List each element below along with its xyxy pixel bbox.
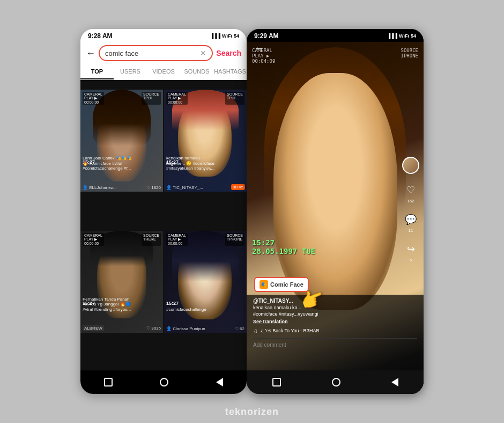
- nav-circle-right[interactable]: [332, 378, 340, 386]
- status-bar-left: 9:28 AM ▐▐▐ WiFi 54: [80, 29, 247, 42]
- wifi-icon: WiFi: [222, 33, 232, 39]
- music-row: ♫ ♫ 'es Back To You - R3HAB: [253, 327, 417, 334]
- right-phone: 9:29 AM ▐▐▐ WiFi 54 ← CAMERALPLAY ▶00:04…: [247, 29, 424, 394]
- signal-icon: ▐▐▐: [210, 33, 220, 39]
- search-button[interactable]: Search: [216, 49, 241, 57]
- video-caption-1: Lahh Jadi Cantik 🎭🎭🎭🔥 #comicface #viral#…: [83, 156, 161, 171]
- search-input[interactable]: [105, 49, 200, 57]
- video-grid: CAMERALPLAY ▶00:00:00 SOURCETPHI... 15:2…: [80, 90, 247, 370]
- see-translation-btn[interactable]: See translation: [253, 319, 417, 324]
- status-bar-right: 9:29 AM ▐▐▐ WiFi 54: [247, 29, 424, 42]
- tabs-row: TOP USERS VIDEOS SOUNDS HASHTAGS: [80, 64, 247, 80]
- video-caption-2: kenalkan namakukagome... 🙂 #comicface#ni…: [166, 156, 244, 171]
- avatar-btn[interactable]: [402, 157, 419, 174]
- like-count-1: ♡ 1820: [146, 185, 161, 190]
- video-user-3: ALBREW: [83, 325, 104, 331]
- video-username: @TIC_NITASY...: [253, 298, 417, 304]
- tab-users[interactable]: USERS: [114, 64, 147, 79]
- video-caption-3: Perhatikan Tanda PanahYa Ada Yg Janggal …: [83, 297, 161, 312]
- video-user-1: 👤 ELLJohanez...: [83, 185, 116, 190]
- share-button[interactable]: ↪ 5: [402, 240, 419, 262]
- wifi-icon-right: WiFi: [399, 33, 409, 39]
- music-title: ♫ 'es Back To You - R3HAB: [260, 328, 319, 333]
- comic-face-filter-icon: 🎭: [260, 280, 268, 289]
- video-user-2: 👤 TIC_NITASY_...: [166, 185, 203, 190]
- overlay-source-4: SOURCETPHONE: [225, 233, 244, 246]
- add-comment-label: Add comment: [253, 342, 286, 348]
- video-overlay-info-4: CAMERALPLAY ▶00:00:00 SOURCETPHONE: [166, 233, 244, 246]
- comic-face-badge[interactable]: 🎭 Comic Face: [254, 277, 309, 292]
- overlay-camera-3: CAMERALPLAY ▶00:00:00: [83, 233, 104, 246]
- tab-hashtags[interactable]: HASHTAGS: [213, 64, 247, 79]
- overlay-source-1: SOURCETPHI...: [142, 92, 161, 105]
- like-button[interactable]: ♡ 162: [402, 181, 419, 203]
- status-time-right: 9:29 AM: [254, 32, 279, 40]
- battery-icon-right: 54: [411, 33, 416, 39]
- video-user-4: 👤 Clarissa Punipun: [166, 326, 205, 331]
- share-icon: ↪: [402, 240, 419, 258]
- watermark: teknorizen: [225, 406, 279, 418]
- video-footer-3: ALBREW ♡ 3035: [83, 325, 161, 331]
- nav-square-left[interactable]: [104, 378, 113, 386]
- add-comment-row[interactable]: Add comment: [253, 338, 417, 348]
- overlay-camera-2: CAMERALPLAY ▶00:00:00: [166, 92, 188, 105]
- music-note-icon: ♫: [253, 327, 257, 334]
- battery-icon: 54: [234, 33, 239, 39]
- dark-strip: [80, 80, 247, 90]
- share-count: 5: [410, 258, 412, 262]
- comment-icon: 💬: [402, 211, 419, 228]
- like-count-3: ♡ 3035: [146, 326, 161, 331]
- video-badge-2: 00:45: [231, 184, 245, 190]
- video-cell-2[interactable]: CAMERALPLAY ▶00:00:00 SOURCETPHI... 15:2…: [164, 90, 247, 192]
- bottom-bar-left: [80, 370, 247, 394]
- comment-count: 11: [409, 228, 413, 233]
- nav-circle-left[interactable]: [160, 378, 168, 386]
- video-cell-3[interactable]: CAMERALPLAY ▶00:00:00 SOURCETHERE 15:27 …: [80, 231, 163, 333]
- search-bar: ← ✕ Search: [80, 42, 247, 64]
- like-count-4: ♡ 62: [235, 326, 244, 331]
- video-footer-1: 👤 ELLJohanez... ♡ 1820: [83, 185, 161, 190]
- vf-overlay-top-right: SOURCEIPHONE: [401, 48, 418, 59]
- comic-face-label: Comic Face: [270, 281, 303, 288]
- caption-line1: kenalkan namaku ka...: [253, 305, 301, 310]
- status-icons-right: ▐▐▐ WiFi 54: [387, 33, 416, 39]
- heart-icon: ♡: [402, 181, 419, 199]
- tab-videos[interactable]: VIDEOS: [147, 64, 180, 79]
- video-overlay-info-3: CAMERALPLAY ▶00:00:00 SOURCETHERE: [83, 233, 161, 246]
- video-fullscreen: CAMERALPLAY ▶00:04:09 SOURCEIPHONE 15:27…: [247, 29, 424, 394]
- nav-square-right[interactable]: [272, 378, 281, 386]
- overlay-camera-1: CAMERALPLAY ▶00:00:00: [83, 92, 104, 105]
- overlay-source-2: SOURCETPHI...: [225, 92, 244, 105]
- signal-icon-right: ▐▐▐: [387, 33, 397, 39]
- tab-top[interactable]: TOP: [80, 64, 114, 79]
- overlay-camera-4: CAMERALPLAY ▶00:00:00: [166, 233, 188, 246]
- video-caption-right: kenalkan namaku ka... #comicface #nitasy…: [253, 305, 417, 317]
- comment-button[interactable]: 💬 11: [402, 211, 419, 233]
- bottom-bar-right: [247, 370, 424, 394]
- search-input-wrapper: ✕: [99, 45, 213, 61]
- nav-triangle-left[interactable]: [216, 378, 223, 386]
- video-cell-4[interactable]: CAMERALPLAY ▶00:00:00 SOURCETPHONE 15:27…: [164, 231, 247, 333]
- vf-timestamp: 15:2728.05.1997 TUE: [252, 238, 315, 256]
- video-footer-4: 👤 Clarissa Punipun ♡ 62: [166, 326, 244, 331]
- like-count-right: 162: [407, 199, 414, 203]
- video-overlay-info-2: CAMERALPLAY ▶00:00:00 SOURCETPHI...: [166, 92, 244, 105]
- vf-face: [273, 73, 397, 310]
- status-time-left: 9:28 AM: [88, 32, 113, 40]
- nav-triangle-right[interactable]: [391, 378, 398, 386]
- tab-sounds[interactable]: SOUNDS: [180, 64, 213, 79]
- video-caption-4: #comicfacechallenge: [166, 307, 244, 312]
- video-duration-4: 15:27: [166, 301, 179, 306]
- overlay-source-3: SOURCETHERE: [142, 233, 161, 246]
- back-button-left[interactable]: ←: [86, 48, 95, 59]
- clear-button[interactable]: ✕: [200, 49, 206, 57]
- avatar: [402, 157, 419, 174]
- left-phone: 9:28 AM ▐▐▐ WiFi 54 ← ✕ Search TOP USERS…: [80, 29, 247, 394]
- right-actions: ♡ 162 💬 11 ↪ 5: [402, 157, 419, 262]
- status-icons-left: ▐▐▐ WiFi 54: [210, 33, 239, 39]
- back-button-right[interactable]: ←: [254, 43, 264, 54]
- video-overlay-info-1: CAMERALPLAY ▶00:00:00 SOURCETPHI...: [83, 92, 161, 105]
- video-cell-1[interactable]: CAMERALPLAY ▶00:00:00 SOURCETPHI... 15:2…: [80, 90, 163, 192]
